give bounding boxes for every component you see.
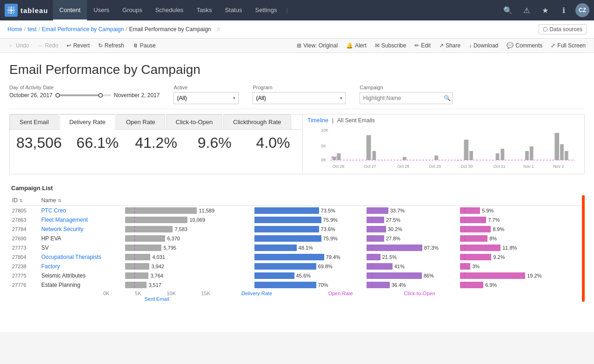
nav-status[interactable]: Status [219,0,249,20]
campaign-name-link[interactable]: Factory [41,263,60,270]
svg-text:Oct 29: Oct 29 [429,164,441,169]
cell-delivery-bar: 45.6% [252,271,364,280]
cell-id: 27804 [9,252,39,262]
slider-thumb-right[interactable] [98,93,103,98]
alert-nav-icon[interactable]: ⚠ [520,6,534,15]
svg-text:Nov 1: Nov 1 [523,164,534,169]
active-select[interactable]: (All) [174,92,239,104]
tab-sent-email[interactable]: Sent Email [10,114,59,129]
pause-icon: ⏸ [133,42,138,49]
timeline-tab[interactable]: Timeline [307,117,328,124]
breadcrumb-test[interactable]: test [27,26,36,33]
svg-text:Oct 27: Oct 27 [364,164,376,169]
campaign-name-link[interactable]: Fleet Management [41,217,88,223]
nav-tasks[interactable]: Tasks [190,0,218,20]
cell-name: Seismic Attributes [39,271,123,280]
tab-delivery-rate[interactable]: Delivery Rate [60,114,115,130]
campaign-search-input[interactable] [360,92,453,104]
breadcrumb-email-perf[interactable]: Email Performance by Campaign [42,26,124,33]
cell-clickto-bar: 8% [457,234,562,243]
axis-sent-title: Sent Email [103,296,210,302]
campaign-list-title: Campaign List [9,185,585,192]
campaign-search-icon[interactable]: 🔍 [444,95,451,101]
nav-settings[interactable]: Settings [248,0,283,20]
svg-rect-10 [367,135,371,160]
active-select-wrapper: (All) [174,92,239,104]
subscribe-icon: ✉ [375,42,380,49]
redo-button[interactable]: → Redo [34,40,62,51]
sort-id-icon[interactable]: ⇅ [19,198,23,203]
svg-rect-20 [554,133,559,160]
date-start-label: October 26, 2017 [9,92,53,99]
date-slider[interactable] [55,94,111,96]
campaign-name-link[interactable]: PTC Creo [41,207,66,214]
axis-sent-10k: 10K [167,291,176,296]
sort-name-icon[interactable]: ⇅ [58,198,61,203]
tab-open-rate[interactable]: Open Rate [116,114,165,129]
nav-users[interactable]: Users [87,0,116,20]
cell-open-bar: 33.7% [364,206,458,216]
slider-thumb-left[interactable] [55,93,60,98]
main-content: Email Performance by Campaign Day of Act… [0,53,594,332]
campaign-filter-label: Campaign [360,85,453,90]
cell-name: Estate Planning [39,280,123,290]
cell-name[interactable]: Fleet Management [39,215,123,225]
cell-open-bar: 36.4% [364,280,458,290]
view-original-button[interactable]: ⊞ View: Original [293,40,341,51]
user-avatar[interactable]: CZ [575,3,589,17]
cell-id: 27863 [9,215,39,225]
view-icon: ⊞ [297,42,301,49]
refresh-button[interactable]: ↻ Refresh [94,40,128,51]
program-select[interactable]: (All) [253,92,346,104]
cell-clickto-bar: 19.2% [457,271,562,280]
logo[interactable]: tableau [5,4,48,17]
data-sources-icon: ⬡ [543,26,547,33]
cell-extra [562,225,585,234]
subscribe-button[interactable]: ✉ Subscribe [371,40,410,51]
top-navigation: tableau Content Users Groups Schedules T… [0,0,594,20]
info-icon[interactable]: ℹ [557,6,571,15]
nav-schedules[interactable]: Schedules [149,0,190,20]
breadcrumb-star-icon[interactable]: ☆ [216,26,221,33]
data-sources-button[interactable]: ⬡ Data sources [539,24,587,34]
breadcrumb-home[interactable]: Home [7,26,22,33]
campaign-name-link[interactable]: Network Security [41,226,84,232]
kpi-open-rate: 41.2% [127,134,186,152]
cell-open-bar: 86% [364,271,458,280]
cell-name[interactable]: PTC Creo [39,206,123,216]
svg-text:Nov 2: Nov 2 [553,164,564,169]
cell-name[interactable]: Network Security [39,225,123,234]
toolbar: ← Undo → Redo ↩ Revert ↻ Refresh ⏸ Pause… [0,39,594,53]
nav-groups[interactable]: Groups [116,0,149,20]
search-icon[interactable]: 🔍 [501,6,515,15]
alert-button[interactable]: 🔔 Alert [342,40,370,51]
revert-button[interactable]: ↩ Revert [63,40,93,51]
campaign-name-link[interactable]: Occupational Therapists [41,254,101,260]
tab-click-to-open[interactable]: Click-to-Open [166,114,222,129]
all-sent-emails-tab[interactable]: All Sent Emails [337,117,375,124]
comments-button[interactable]: 💬 Comments [503,40,546,51]
download-button[interactable]: ↓ Download [465,40,502,51]
favorite-icon[interactable]: ★ [538,6,552,15]
tab-clickthrough-rate[interactable]: Clickthrough Rate [223,114,291,129]
cell-sent-bar: 7,583 [122,225,251,234]
cell-extra [562,252,585,262]
nav-content[interactable]: Content [53,0,87,20]
undo-button[interactable]: ← Undo [5,40,33,51]
cell-sent-bar: 11,589 [122,206,251,216]
campaign-table: ID ⇅ Name ⇅ 27805 [9,195,585,290]
svg-rect-19 [530,146,534,160]
col-header-open [364,195,458,206]
cell-clickto-bar: 8.9% [457,225,562,234]
edit-button[interactable]: ✏ Edit [411,40,434,51]
cell-name[interactable]: Factory [39,262,123,271]
cell-id: 27773 [9,243,39,252]
fullscreen-button[interactable]: ⤢ Full Screen [547,40,589,51]
cell-delivery-bar: 75.9% [252,215,364,225]
cell-name[interactable]: Occupational Therapists [39,252,123,262]
svg-rect-14 [464,139,468,160]
kpi-delivery-rate: 66.1% [68,134,127,152]
date-filter-label: Day of Activity Date [9,85,160,90]
share-button[interactable]: ↗ Share [435,40,464,51]
pause-button[interactable]: ⏸ Pause [129,40,160,51]
